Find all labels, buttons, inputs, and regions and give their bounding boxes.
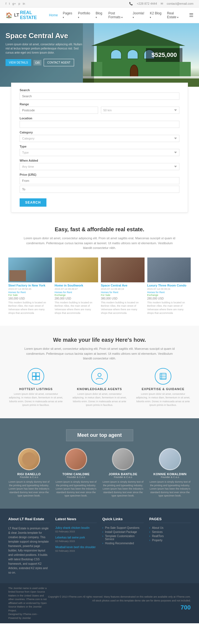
footer-page-1[interactable]: About Us: [149, 526, 191, 529]
phone-icon: 📞: [129, 2, 133, 5]
agent-3-desc: Lorem ipsum is simply dummy text of the …: [102, 480, 144, 498]
category-row: Category Category: [20, 131, 179, 142]
logo[interactable]: 🏠 LT REAL ESTATE: [6, 10, 47, 20]
social-pinterest[interactable]: p: [19, 2, 20, 5]
social-facebook[interactable]: f: [6, 2, 6, 5]
footer-link-1[interactable]: Pre-Sale Support Questions: [102, 526, 144, 529]
agent-4: Konnie KOMALDWN Founder & C.e.o Lorem ip…: [149, 448, 191, 498]
footer-news-3-date: 02 February 2015: [55, 550, 75, 552]
easy-title-bold: affordable: [87, 226, 114, 232]
location-input[interactable]: [20, 121, 179, 128]
social-google[interactable]: g+: [12, 2, 16, 5]
card-4-price: 280,000 USD: [147, 297, 191, 300]
bottom-legal-text: The Joomla! name is used under a limited…: [8, 587, 47, 612]
search-row: Search: [20, 88, 179, 100]
nav-pages[interactable]: Pages: [61, 10, 75, 20]
type-select[interactable]: Type: [20, 149, 179, 156]
price-from-input[interactable]: [20, 177, 179, 184]
agents-grid: Rigi DANELLO Founder & C.e.o Lorem ipsum…: [8, 448, 191, 498]
card-3-tag2: For Sale: [101, 294, 145, 296]
card-3-price: 380,000 USD: [101, 297, 145, 300]
nav-joomla[interactable]: Joomla!: [130, 10, 147, 20]
svg-rect-0: [32, 373, 36, 376]
when-label: When Added: [20, 159, 179, 162]
search-button[interactable]: SEARCH: [20, 198, 46, 207]
type-label: Type: [20, 145, 179, 148]
footer-page-3[interactable]: RealtTors: [149, 535, 191, 538]
agent-1-desc: Lorem ipsum is simply dummy text of the …: [8, 480, 50, 498]
easy-title-suffix: real estate.: [114, 226, 144, 232]
property-card-2[interactable]: Home in Southwork 2015-07-14 09:49:47 Ho…: [55, 257, 98, 315]
footer-link-2[interactable]: Install Quickstart Package: [102, 530, 144, 533]
logo-lt: LT: [14, 13, 19, 18]
card-1-desc: This modern building is located on Berli…: [8, 301, 52, 315]
card-1-date: 2015-07-14 09:50:45: [8, 288, 52, 290]
card-3-desc: This modern building is located on Berli…: [101, 301, 145, 315]
footer-pages-title: PAGES: [149, 517, 191, 523]
bottom-left-text: The Joomla! name is used under a limited…: [8, 587, 48, 620]
agents-content: Meet our top agent Rigi DANELLO Founder …: [8, 429, 191, 498]
card-2-tag2: Exchange: [55, 294, 98, 296]
footer-quicklinks: Quick Links Pre-Sale Support Questions I…: [102, 517, 144, 575]
property-card-3[interactable]: Space Central Ave 2015-07-14 09:48:19 Ho…: [101, 257, 145, 315]
listings-icon: [32, 372, 40, 380]
agent-2: Torni CANLDME Founder & C.e.o Lorem ipsu…: [55, 448, 97, 498]
social-linkedin[interactable]: in: [23, 2, 25, 5]
card-2-price: 280,000 USD: [55, 297, 98, 300]
top-bar: f t g+ p in 📞 +228 872 4444 ✉ contact@em…: [0, 0, 199, 7]
distance-select[interactable]: 50 km 10 km 100 km: [101, 107, 179, 114]
nav-portfolio[interactable]: Portfolio: [76, 10, 93, 20]
feature-1-desc: Lorem ipsum dolor sit amet, consectetur …: [8, 392, 64, 407]
agent-4-photo: [159, 448, 181, 470]
footer-news-1-link[interactable]: Julicy shank chicken boudin: [55, 526, 97, 529]
easy-title: Easy, fast & affordable real estate.: [8, 226, 191, 233]
agent-3-name: Jorra BANTILDE: [102, 472, 144, 476]
footer-link-3[interactable]: Template Customization Service: [102, 535, 144, 541]
range-row: Range 50 km 10 km 100 km: [20, 102, 179, 114]
property-card-1[interactable]: Steel Factory in New York 2015-07-14 09:…: [8, 257, 52, 315]
footer-grid: About LT Real Estate LT Real Estate is p…: [8, 517, 191, 575]
card-2-desc: This modern building is located on Berli…: [55, 301, 98, 315]
nav-k2-blog[interactable]: K2 Blog: [148, 10, 164, 20]
hero-section: Space Central Ave Lorem ipsum dolor sit …: [0, 23, 199, 87]
nav-home[interactable]: Home: [47, 12, 60, 18]
category-select[interactable]: Category: [20, 135, 179, 142]
agent-2-role: Founder & C.e.o: [55, 476, 97, 479]
bottom-copyright: Copyright © 2013 ITheme.com All rights r…: [48, 595, 191, 598]
property-card-image-4: [147, 257, 191, 282]
footer-link-4[interactable]: Hosting Recommended: [102, 542, 144, 545]
view-details-button[interactable]: VIEW DETAILS: [6, 59, 31, 66]
when-select[interactable]: Any time: [20, 163, 179, 170]
hamburger-icon[interactable]: ☰: [189, 12, 193, 18]
feature-2: KNOWLEDGABLE AGENTS Lorem ipsum dolor si…: [72, 368, 127, 407]
social-links[interactable]: f t g+ p in: [6, 2, 27, 6]
email-icon: ✉: [161, 2, 163, 5]
nav-post-formats[interactable]: Post Formats: [106, 10, 130, 20]
logo-icon: 🏠: [6, 12, 12, 19]
bottom-bar: The Joomla! name is used under a limited…: [0, 583, 199, 624]
phone-number: +228 872 4444: [137, 2, 157, 5]
postcode-input[interactable]: [20, 107, 98, 114]
contact-agent-button[interactable]: CONTACT AGENT: [44, 59, 74, 66]
footer-page-4[interactable]: Property: [149, 539, 191, 542]
footer-news-3-link[interactable]: Meatball kevin beef ribs shoulder: [55, 546, 97, 549]
property-card-4[interactable]: Luxury Three Room Condo 2015-07-14 09:39…: [147, 257, 191, 315]
price-to-input[interactable]: [20, 186, 179, 193]
feature-2-desc: Lorem ipsum dolor sit amet, consectetur …: [72, 392, 127, 407]
agent-4-name: Konnie KOMALDWN: [149, 472, 191, 476]
footer-news-2-link[interactable]: Leberkas tail swine pork: [55, 536, 97, 539]
card-1-tag2: For Sale: [8, 294, 52, 296]
header: 🏠 LT REAL ESTATE Home Pages Portfolio Bl…: [0, 7, 199, 23]
feature-3-icon: [155, 368, 171, 385]
card-4-desc: This modern building is located on Berli…: [147, 301, 191, 315]
features-subtitle: Lorem ipsum dolor sit amet, consectetur …: [22, 346, 177, 361]
footer-links-list: Pre-Sale Support Questions Install Quick…: [102, 526, 144, 545]
hero-or-label: OR: [33, 60, 41, 65]
search-input[interactable]: [20, 93, 179, 100]
range-label: Range: [20, 102, 179, 106]
bottom-bar-left: The Joomla! name is used under a limited…: [8, 587, 48, 620]
nav-blog[interactable]: Blog: [93, 10, 106, 20]
social-twitter[interactable]: t: [9, 2, 10, 5]
nav-real-estate[interactable]: Real Estate: [165, 10, 186, 20]
footer-page-2[interactable]: Services: [149, 530, 191, 533]
